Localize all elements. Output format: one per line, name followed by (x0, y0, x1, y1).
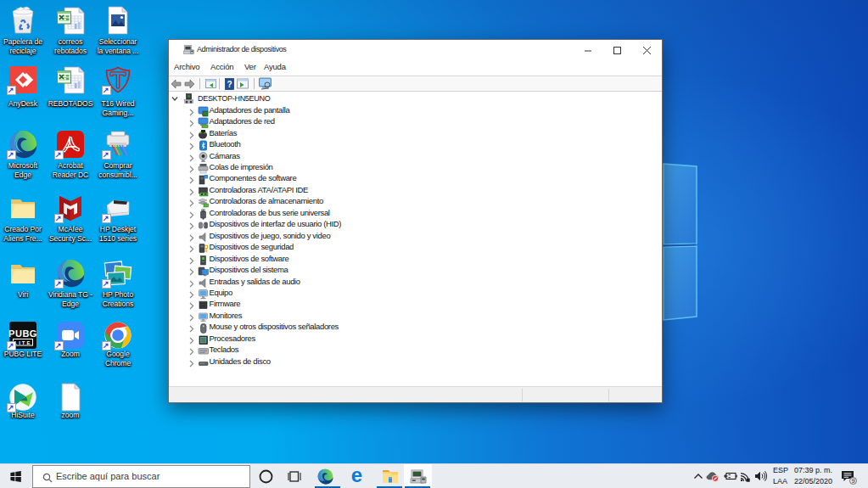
svg-text:9: 9 (851, 477, 854, 485)
svg-text:e: e (351, 467, 362, 485)
svg-text:?: ? (227, 79, 232, 88)
svg-text:LITE: LITE (14, 340, 32, 345)
svg-text:PUBG: PUBG (8, 328, 37, 339)
